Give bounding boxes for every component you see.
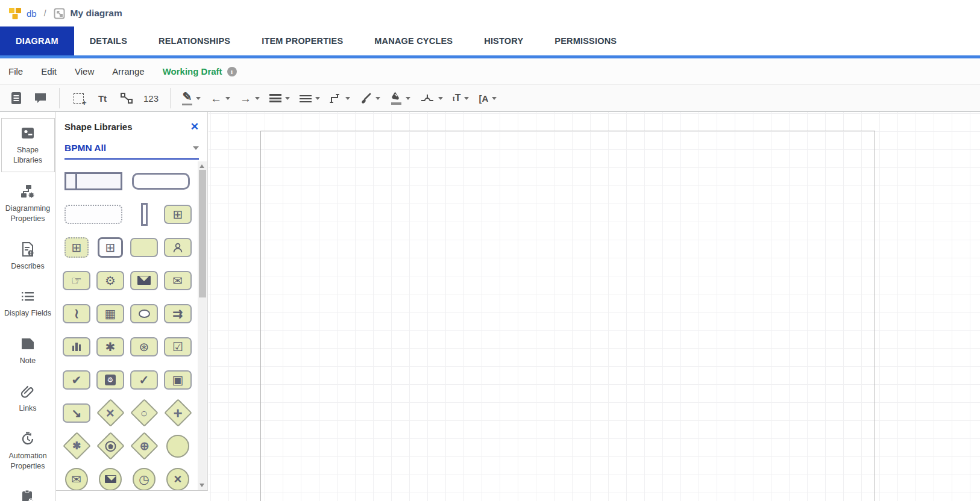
shape-checklist-task[interactable]: ✔ (60, 363, 93, 396)
shape-message-send-event[interactable] (93, 462, 127, 491)
scroll-down-icon[interactable] (199, 484, 204, 487)
shape-subprocess[interactable]: ⊞ (161, 198, 195, 231)
clipboard-gear-icon (20, 489, 36, 501)
menu-file[interactable]: File (8, 66, 23, 76)
shape-send-task[interactable] (127, 264, 161, 297)
menu-view[interactable]: View (75, 66, 94, 76)
chevron-down-icon (406, 97, 410, 100)
shape-parallel-event-gateway[interactable]: ⊕ (127, 429, 161, 462)
shape-inclusive-gateway[interactable]: ○ (127, 396, 161, 429)
shape-exclusive-gateway[interactable]: × (93, 396, 127, 429)
shape-vertical-lane[interactable] (127, 198, 161, 231)
list-icon (20, 288, 36, 304)
library-select[interactable]: BPMN All (64, 143, 199, 160)
tab-history[interactable]: HISTORY (468, 26, 539, 55)
shape-gear-task[interactable]: ✱ (93, 330, 127, 363)
shape-business-rule-task[interactable]: ▦ (93, 297, 127, 330)
tab-permissions[interactable]: PERMISSIONS (539, 26, 632, 55)
shape-message-start-event[interactable]: ✉ (60, 462, 93, 491)
page-view-button[interactable] (6, 88, 27, 108)
font-style-button[interactable]: [A (476, 88, 500, 108)
line-color-button[interactable]: ✎ (179, 88, 204, 108)
shape-approved-task[interactable]: ☑ (161, 330, 195, 363)
breadcrumb-workspace-link[interactable]: db (27, 8, 37, 19)
info-icon[interactable]: i (227, 67, 237, 76)
arrow-end-button[interactable]: → (237, 88, 263, 108)
shape-report-task[interactable] (60, 330, 93, 363)
shape-pool[interactable] (60, 164, 127, 198)
shape-multiple-event[interactable]: × (161, 462, 195, 491)
brush-button[interactable] (357, 88, 383, 108)
shape-call-activity[interactable]: ⊞ (93, 231, 127, 264)
sidebar-item-display-fields[interactable]: Display Fields (1, 282, 55, 325)
shape-script-task[interactable]: ≀ (60, 297, 93, 330)
page-outline (260, 131, 875, 501)
shape-group[interactable] (60, 198, 127, 231)
line-jumps-button[interactable] (417, 88, 446, 108)
select-area-button[interactable]: + (68, 88, 89, 108)
sidebar-item-links[interactable]: Links (1, 377, 55, 420)
sidebar-item-describes[interactable]: Describes (1, 235, 55, 278)
shape-task[interactable] (127, 231, 161, 264)
shape-event-subprocess[interactable]: ⊞ (60, 231, 93, 264)
shape-manual-task[interactable]: ☞ (60, 264, 93, 297)
flowchart-gear-icon (20, 184, 36, 199)
sidebar-item-automation-properties[interactable]: Automation Properties (1, 425, 55, 478)
menu-arrange[interactable]: Arrange (112, 66, 144, 76)
scroll-up-icon[interactable] (199, 164, 204, 168)
shape-forward-task[interactable]: ↘ (60, 396, 93, 429)
tab-item-properties[interactable]: ITEM PROPERTIES (246, 26, 359, 55)
shape-service-task[interactable]: ⚙ (93, 264, 127, 297)
arrow-start-button[interactable]: ← (207, 88, 233, 108)
sidebar-item-shape-libraries[interactable]: Shape Libraries (1, 118, 55, 172)
line-style-icon (300, 94, 312, 102)
shape-user-task[interactable] (161, 231, 195, 264)
shape-complex-gateway[interactable]: ✱ (60, 429, 93, 462)
panel-scrollbar[interactable] (198, 161, 207, 490)
select-area-icon: + (74, 93, 84, 104)
line-color-icon: ✎ (182, 91, 192, 106)
sidebar-item-label: Display Fields (4, 308, 51, 319)
scrollbar-thumb[interactable] (199, 170, 206, 297)
document-icon (10, 92, 22, 105)
comments-button[interactable] (30, 88, 51, 108)
shape-parallel-gateway[interactable]: + (161, 396, 195, 429)
sidebar-item-custom-properties[interactable]: Custom Properties (1, 482, 55, 501)
sidebar-item-note[interactable]: Note (1, 329, 55, 372)
shape-framed-service-task[interactable]: ⚙ (93, 363, 127, 396)
diagram-canvas[interactable] (209, 112, 980, 501)
shape-send-receive-task[interactable]: ⇉ (161, 297, 195, 330)
chevron-down-icon (193, 146, 199, 150)
shape-wheel-task[interactable]: ⊛ (127, 330, 161, 363)
draft-status-label: Working Draft (163, 66, 222, 76)
line-style-button[interactable] (297, 88, 323, 108)
tab-manage-cycles[interactable]: MANAGE CYCLES (359, 26, 468, 55)
shape-event-gateway[interactable] (93, 429, 127, 462)
font-size-button[interactable]: tT (450, 88, 472, 108)
shape-receive-task[interactable]: ✉ (161, 264, 195, 297)
connector-style-button[interactable] (327, 88, 353, 108)
shape-accepted-task[interactable]: ✓ (127, 363, 161, 396)
breadcrumb: db / My diagram (0, 0, 980, 26)
draft-status: Working Draft i (163, 66, 237, 76)
chevron-down-icon (492, 97, 497, 100)
close-icon[interactable]: ✕ (190, 122, 199, 132)
text-style-button[interactable]: Tt (92, 88, 113, 108)
tab-diagram[interactable]: DIAGRAM (0, 26, 74, 55)
shape-multi-approved-task[interactable]: ▣ (161, 363, 195, 396)
tab-details[interactable]: DETAILS (74, 26, 143, 55)
sidebar-item-diagramming-properties[interactable]: Diagramming Properties (1, 177, 55, 230)
shape-horizontal-pool[interactable] (127, 164, 195, 198)
menu-edit[interactable]: Edit (41, 66, 57, 76)
breadcrumb-separator: / (44, 8, 46, 18)
tab-relationships[interactable]: RELATIONSHIPS (143, 26, 246, 55)
shape-start-event[interactable] (161, 429, 195, 462)
numbering-button[interactable]: 123 (140, 88, 162, 108)
shape-timer-event[interactable]: ◷ (127, 462, 161, 491)
fill-color-button[interactable] (387, 88, 413, 108)
toolbar-separator (170, 88, 171, 108)
shape-receive-message-task[interactable] (127, 297, 161, 330)
line-weight-button[interactable] (266, 88, 293, 108)
connector-button[interactable] (116, 88, 137, 108)
chevron-down-icon (315, 97, 320, 100)
